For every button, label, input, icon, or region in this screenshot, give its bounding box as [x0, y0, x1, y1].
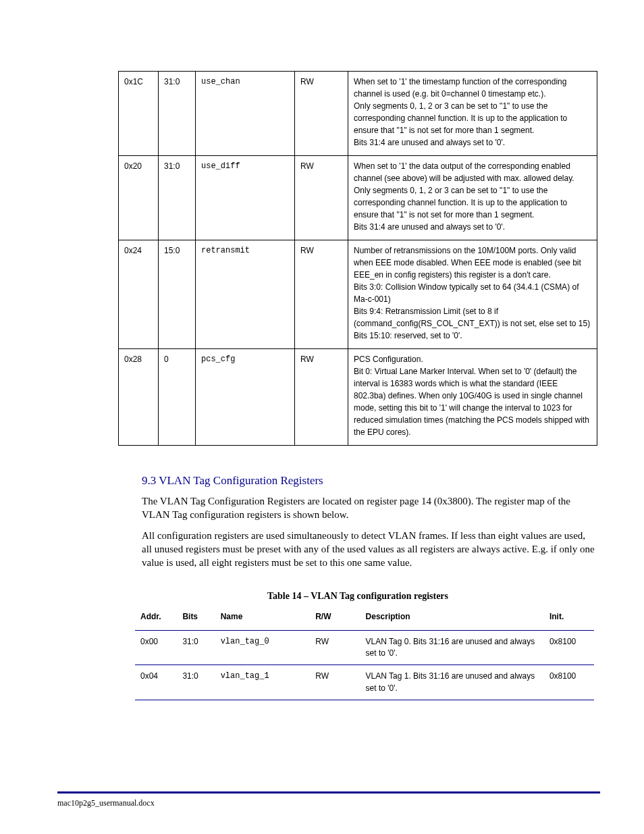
- register-table-1: 0x1C 31:0 use_chan RW When set to '1' th…: [118, 71, 597, 446]
- cell-name: pcs_cfg: [196, 349, 295, 446]
- cell-name: vlan_tag_0: [215, 630, 311, 665]
- cell-desc: When set to '1' the timestamp function o…: [348, 72, 597, 156]
- header-desc: Description: [360, 606, 544, 630]
- cell-addr: 0x24: [119, 240, 159, 349]
- cell-addr: 0x04: [135, 665, 177, 700]
- section-paragraph-2: All configuration registers are used sim…: [142, 529, 597, 570]
- cell-bits: 31:0: [177, 630, 215, 665]
- section-paragraph-1: The VLAN Tag Configuration Registers are…: [142, 494, 597, 522]
- cell-addr: 0x28: [119, 349, 159, 446]
- cell-init: 0x8100: [544, 630, 594, 665]
- cell-rw: RW: [295, 240, 348, 349]
- cell-rw: RW: [295, 72, 348, 156]
- cell-bits: 31:0: [177, 665, 215, 700]
- header-addr: Addr.: [135, 606, 177, 630]
- cell-rw: RW: [310, 665, 360, 700]
- cell-desc: When set to '1' the data output of the c…: [348, 156, 597, 240]
- cell-desc: VLAN Tag 0. Bits 31:16 are unused and al…: [360, 630, 544, 665]
- table-row: 0x20 31:0 use_diff RW When set to '1' th…: [119, 156, 597, 240]
- footer-divider: [57, 791, 600, 793]
- table-row: 0x1C 31:0 use_chan RW When set to '1' th…: [119, 72, 597, 156]
- table-row: 0x04 31:0 vlan_tag_1 RW VLAN Tag 1. Bits…: [135, 665, 594, 700]
- cell-addr: 0x00: [135, 630, 177, 665]
- cell-addr: 0x20: [119, 156, 159, 240]
- cell-name: vlan_tag_1: [215, 665, 311, 700]
- cell-desc: PCS Configuration.Bit 0: Virtual Lane Ma…: [348, 349, 597, 446]
- header-name: Name: [215, 606, 311, 630]
- register-table-2: Addr. Bits Name R/W Description Init. 0x…: [135, 606, 594, 700]
- cell-name: use_diff: [196, 156, 295, 240]
- section-heading: 9.3 VLAN Tag Configuration Registers: [142, 474, 587, 488]
- header-rw: R/W: [310, 606, 360, 630]
- table-caption: Table 14 – VLAN Tag configuration regist…: [111, 591, 604, 602]
- cell-rw: RW: [295, 349, 348, 446]
- cell-name: use_chan: [196, 72, 295, 156]
- footer-text: mac10p2g5_usermanual.docx: [57, 798, 600, 808]
- cell-name: retransmit: [196, 240, 295, 349]
- cell-bits: 0: [159, 349, 196, 446]
- cell-rw: RW: [295, 156, 348, 240]
- cell-bits: 15:0: [159, 240, 196, 349]
- cell-rw: RW: [310, 630, 360, 665]
- table-header-row: Addr. Bits Name R/W Description Init.: [135, 606, 594, 630]
- header-bits: Bits: [177, 606, 215, 630]
- cell-bits: 31:0: [159, 156, 196, 240]
- header-init: Init.: [544, 606, 594, 630]
- cell-addr: 0x1C: [119, 72, 159, 156]
- table-row: 0x00 31:0 vlan_tag_0 RW VLAN Tag 0. Bits…: [135, 630, 594, 665]
- table-row: 0x24 15:0 retransmit RW Number of retran…: [119, 240, 597, 349]
- cell-init: 0x8100: [544, 665, 594, 700]
- table-row: 0x28 0 pcs_cfg RW PCS Configuration.Bit …: [119, 349, 597, 446]
- cell-bits: 31:0: [159, 72, 196, 156]
- cell-desc: Number of retransmissions on the 10M/100…: [348, 240, 597, 349]
- cell-desc: VLAN Tag 1. Bits 31:16 are unused and al…: [360, 665, 544, 700]
